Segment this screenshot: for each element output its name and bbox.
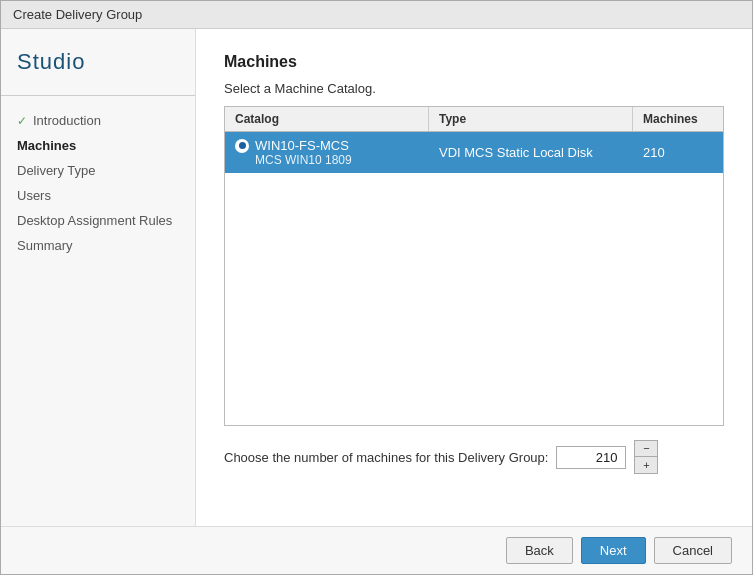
back-button[interactable]: Back	[506, 537, 573, 564]
sidebar-item-label: Summary	[17, 238, 73, 253]
machines-stepper: − +	[634, 440, 658, 474]
catalog-name: WIN10-FS-MCS	[235, 138, 419, 153]
sidebar-item-label: Users	[17, 188, 51, 203]
table-row[interactable]: WIN10-FS-MCS MCS WIN10 1809 VDI MCS Stat…	[225, 132, 723, 173]
sidebar-item-summary[interactable]: Summary	[1, 233, 195, 258]
main-content: Machines Select a Machine Catalog. Catal…	[196, 29, 752, 526]
cancel-button[interactable]: Cancel	[654, 537, 732, 564]
checkmark-icon: ✓	[17, 114, 27, 128]
col-catalog: Catalog	[225, 107, 429, 131]
dialog-body: Studio ✓ Introduction Machines Delivery …	[1, 29, 752, 526]
sidebar-item-label: Introduction	[33, 113, 101, 128]
dialog-titlebar: Create Delivery Group	[1, 1, 752, 29]
catalog-table: Catalog Type Machines WIN10-FS-MCS MCS W…	[224, 106, 724, 426]
type-cell: VDI MCS Static Local Disk	[429, 141, 633, 164]
machines-count-label: Choose the number of machines for this D…	[224, 450, 548, 465]
stepper-decrement-button[interactable]: −	[635, 441, 657, 457]
radio-button[interactable]	[235, 139, 249, 153]
next-button[interactable]: Next	[581, 537, 646, 564]
dialog-title: Create Delivery Group	[13, 7, 142, 22]
machines-count-input[interactable]	[556, 446, 626, 469]
catalog-name-text: WIN10-FS-MCS	[255, 138, 349, 153]
table-header: Catalog Type Machines	[225, 107, 723, 132]
stepper-increment-button[interactable]: +	[635, 457, 657, 473]
sidebar: Studio ✓ Introduction Machines Delivery …	[1, 29, 196, 526]
sidebar-item-introduction[interactable]: ✓ Introduction	[1, 108, 195, 133]
sidebar-item-machines[interactable]: Machines	[1, 133, 195, 158]
sidebar-item-desktop-assignment-rules[interactable]: Desktop Assignment Rules	[1, 208, 195, 233]
sidebar-item-delivery-type[interactable]: Delivery Type	[1, 158, 195, 183]
section-title: Machines	[224, 53, 724, 71]
dialog-footer: Back Next Cancel	[1, 526, 752, 574]
sidebar-item-label: Delivery Type	[17, 163, 96, 178]
sidebar-item-label: Desktop Assignment Rules	[17, 213, 172, 228]
sidebar-divider	[1, 95, 195, 96]
sidebar-item-label: Machines	[17, 138, 76, 153]
col-type: Type	[429, 107, 633, 131]
machines-input-row: Choose the number of machines for this D…	[224, 440, 724, 474]
create-delivery-group-dialog: Create Delivery Group Studio ✓ Introduct…	[0, 0, 753, 575]
section-subtitle: Select a Machine Catalog.	[224, 81, 724, 96]
catalog-cell: WIN10-FS-MCS MCS WIN10 1809	[225, 132, 429, 173]
col-machines: Machines	[633, 107, 723, 131]
sidebar-item-users[interactable]: Users	[1, 183, 195, 208]
catalog-sub: MCS WIN10 1809	[235, 153, 419, 167]
machines-count-cell: 210	[633, 141, 723, 164]
sidebar-logo: Studio	[1, 49, 195, 95]
table-body: WIN10-FS-MCS MCS WIN10 1809 VDI MCS Stat…	[225, 132, 723, 425]
